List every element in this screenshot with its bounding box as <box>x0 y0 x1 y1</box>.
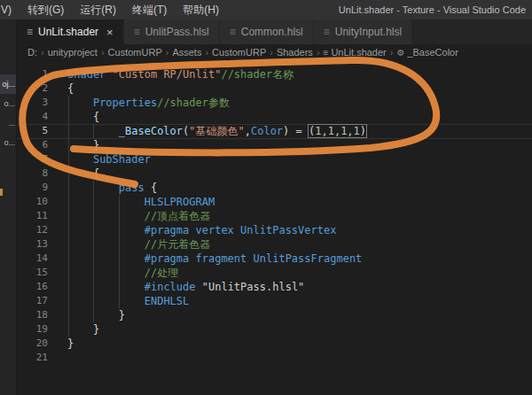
line-number[interactable]: 7 <box>17 152 48 167</box>
code-token <box>67 97 93 109</box>
code-line[interactable]: 11 //顶点着色器 <box>17 209 532 223</box>
line-number[interactable]: 16 <box>17 280 48 294</box>
code-token: } <box>67 309 125 321</box>
explorer-item[interactable]: oj... <box>0 74 16 94</box>
line-number[interactable]: 8 <box>17 167 48 181</box>
line-number[interactable]: 15 <box>17 266 48 280</box>
code-text: #pragma fragment UnlitPassFragment <box>48 252 362 266</box>
breadcrumb-item[interactable]: unityproject <box>48 47 98 58</box>
code-text: } <box>48 308 125 322</box>
breadcrumb-item[interactable]: D: <box>27 47 37 58</box>
code-line[interactable]: 9 pass { <box>17 181 532 195</box>
code-token: "UnlitPass.hlsl" <box>202 281 305 293</box>
code-line[interactable]: 17 ENDHLSL <box>17 294 532 308</box>
tab-common-hlsl[interactable]: ≡Common.hlsl <box>220 19 313 44</box>
breadcrumb-label: _BaseColor <box>407 47 458 58</box>
shader-file-icon: ≡ <box>230 27 236 37</box>
code-text: Shader "Custom RP/Unlit"//shader名称 <box>48 67 293 81</box>
code-line[interactable]: 10 HLSLPROGRAM <box>17 195 532 209</box>
breadcrumb-item[interactable]: CustomURP <box>212 47 266 58</box>
code-token: Properties <box>93 97 157 109</box>
menu-item[interactable]: V) <box>0 4 20 16</box>
code-text: Properties//shader参数 <box>48 96 230 110</box>
breadcrumb-item[interactable]: ⚙_BaseColor <box>396 47 458 58</box>
line-number[interactable]: 6 <box>17 138 48 152</box>
code-token: Color <box>251 125 283 137</box>
code-text: #pragma vertex UnlitPassVertex <box>48 223 336 237</box>
breadcrumb-item[interactable]: ≡UnLit.shader <box>324 47 387 58</box>
line-number[interactable]: 13 <box>17 237 48 252</box>
breadcrumb-item[interactable]: Assets <box>172 47 201 58</box>
line-number[interactable]: 1 <box>17 67 48 81</box>
code-token <box>67 224 145 236</box>
line-number[interactable]: 5 <box>17 124 48 138</box>
code-token: //shader名称 <box>221 68 293 81</box>
line-number[interactable]: 17 <box>17 294 48 308</box>
code-line[interactable]: 6 } <box>17 138 532 152</box>
code-line[interactable]: 13 //片元着色器 <box>17 237 532 252</box>
line-number[interactable]: 19 <box>17 322 48 337</box>
code-token: Shader <box>67 68 113 81</box>
tab-unlit-shader[interactable]: ≡UnLit.shader× <box>17 19 123 44</box>
tab-label: Common.hlsl <box>241 26 303 38</box>
line-number[interactable]: 18 <box>17 308 48 322</box>
tab-unlitpass-hlsl[interactable]: ≡UnlitPass.hlsl <box>124 19 219 44</box>
code-line[interactable]: 14 #pragma fragment UnlitPassFragment <box>17 252 532 266</box>
code-line[interactable]: 12 #pragma vertex UnlitPassVertex <box>17 223 532 237</box>
explorer-item[interactable]: ... <box>0 113 16 133</box>
code-line[interactable]: 16 #include "UnlitPass.hlsl" <box>17 280 532 294</box>
chevron-right-icon: › <box>162 47 173 58</box>
breadcrumb-item[interactable]: CustomURP <box>108 47 162 58</box>
code-token <box>67 125 119 137</box>
code-line[interactable]: 8 { <box>17 167 532 181</box>
menu-item[interactable]: 转到(G) <box>20 3 72 18</box>
code-text: } <box>48 337 74 351</box>
shader-file-icon: ≡ <box>27 27 33 37</box>
code-line[interactable]: 15 //处理 <box>17 266 532 280</box>
code-token: #pragma fragment UnlitPassFragment <box>145 252 363 265</box>
code-text: } <box>48 322 99 337</box>
line-number[interactable]: 12 <box>17 223 48 237</box>
code-token: ) <box>360 125 366 137</box>
close-icon[interactable]: × <box>106 27 113 38</box>
code-line[interactable]: 18 } <box>17 308 532 322</box>
line-number[interactable]: 2 <box>17 81 48 96</box>
code-line[interactable]: 5 _BaseColor("基础颜色",Color) = (1,1,1,1) <box>17 124 532 138</box>
line-number[interactable]: 11 <box>17 209 48 223</box>
line-number[interactable]: 3 <box>17 96 48 110</box>
code-line[interactable]: 7 SubShader <box>17 152 532 167</box>
code-line[interactable]: 2{ <box>17 81 532 96</box>
line-number[interactable]: 4 <box>17 110 48 124</box>
code-token: #pragma vertex UnlitPassVertex <box>145 224 337 236</box>
menu-item[interactable]: 终端(T) <box>124 3 175 18</box>
code-text: SubShader <box>48 152 151 167</box>
code-line[interactable]: 1Shader "Custom RP/Unlit"//shader名称 <box>17 67 532 81</box>
code-token <box>67 182 119 194</box>
menu-item[interactable]: 运行(R) <box>72 3 124 18</box>
breadcrumb-item[interactable]: Shaders <box>277 47 313 58</box>
code-line[interactable]: 3 Properties//shader参数 <box>17 96 532 110</box>
explorer-item[interactable]: o... <box>0 133 16 152</box>
line-number[interactable]: 20 <box>17 337 48 351</box>
menu-item[interactable]: 帮助(H) <box>175 3 227 18</box>
code-editor[interactable]: 1Shader "Custom RP/Unlit"//shader名称2{3 P… <box>17 60 532 395</box>
tab-unityinput-hlsl[interactable]: ≡UnityInput.hlsl <box>314 19 411 44</box>
code-token: SubShader <box>93 153 151 166</box>
code-line[interactable]: 20} <box>17 337 532 351</box>
code-line[interactable]: 21 <box>17 351 532 365</box>
tab-bar: ≡UnLit.shader×≡UnlitPass.hlsl≡Common.hls… <box>17 19 532 44</box>
code-token: { <box>145 182 157 194</box>
explorer-sidebar-sliver: oj...o......o... <box>0 19 17 395</box>
line-number[interactable]: 9 <box>17 181 48 195</box>
code-token: 1,1,1,1 <box>315 125 360 137</box>
code-line[interactable]: 19 } <box>17 322 532 337</box>
code-line[interactable]: 4 { <box>17 110 532 124</box>
breadcrumb: D:›unityproject›CustomURP›Assets›CustomU… <box>17 44 532 60</box>
explorer-item[interactable]: o... <box>0 94 16 113</box>
line-number[interactable]: 14 <box>17 252 48 266</box>
code-token: #include <box>145 281 202 293</box>
line-number[interactable]: 10 <box>17 195 48 209</box>
breadcrumb-label: CustomURP <box>108 47 162 58</box>
code-token: } <box>67 337 74 350</box>
line-number[interactable]: 21 <box>17 351 48 365</box>
